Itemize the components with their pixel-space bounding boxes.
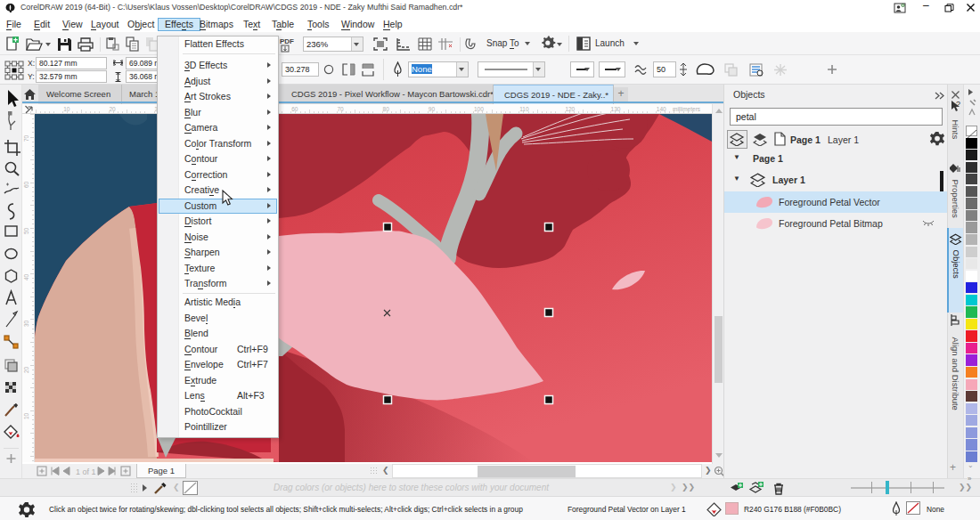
svg-text:PDF: PDF [280, 37, 294, 45]
svg-text:1 of 1: 1 of 1 [76, 467, 96, 476]
svg-text:?: ? [956, 100, 960, 109]
